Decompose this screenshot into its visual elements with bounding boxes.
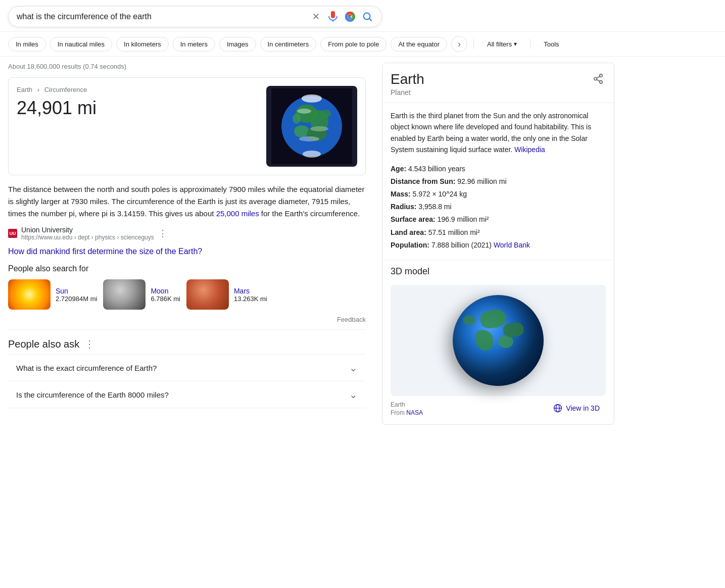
featured-snippet: Earth › Circumference 24,901 mi [8, 77, 366, 175]
results-count: About 18,600,000 results (0.74 seconds) [8, 63, 366, 70]
feedback-button[interactable]: Feedback [8, 316, 366, 330]
wikipedia-link[interactable]: Wikipedia [514, 145, 545, 154]
world-bank-link[interactable]: World Bank [494, 241, 530, 249]
svg-point-16 [594, 77, 597, 80]
breadcrumb-entity-link[interactable]: Earth [17, 86, 32, 93]
chevron-down-icon: ▾ [514, 40, 517, 47]
kc-fact-population: Population: 7.888 billion (2021) World B… [391, 239, 606, 252]
search-bar: ✕ [8, 6, 382, 27]
moon-thumbnail [103, 279, 146, 310]
kc-subtitle: Planet [391, 88, 424, 96]
share-icon[interactable] [591, 71, 606, 89]
svg-line-1 [369, 19, 371, 21]
kc-from-label: Earth From NASA [391, 400, 423, 416]
mars-thumbnail [186, 279, 229, 310]
kc-title: Earth [391, 71, 424, 87]
clear-icon[interactable]: ✕ [310, 11, 322, 23]
source-info: Union University https://www.uu.edu › de… [21, 226, 154, 241]
kc-3d-model: Earth From NASA [382, 281, 614, 424]
kc-fact-surface: Surface area: 196.9 million mi² [391, 213, 606, 226]
filter-chip-km[interactable]: In kilometers [116, 37, 169, 52]
paa-chevron-1: ⌄ [349, 388, 358, 401]
svg-point-13 [302, 94, 322, 103]
lens-icon[interactable] [344, 11, 356, 23]
svg-point-10 [297, 109, 311, 114]
related-item-moon[interactable]: Moon 6.786K mi [103, 279, 180, 310]
earth-3d-globe [453, 295, 544, 386]
related-item-mars[interactable]: Mars 13.263K mi [186, 279, 267, 310]
kc-fact-land: Land area: 57.51 million mi² [391, 226, 606, 239]
breadcrumb: Earth › Circumference [17, 86, 258, 93]
related-searches-list: Sun 2.720984M mi Moon 6.786K mi [8, 279, 366, 310]
kc-fact-distance: Distance from Sun: 92.96 million mi [391, 175, 606, 188]
source-favicon: UU [8, 229, 17, 238]
kc-fact-radius: Radius: 3,958.8 mi [391, 201, 606, 213]
main-circumference-value: 24,901 mi [17, 97, 258, 119]
filter-chip-pole[interactable]: From pole to pole [320, 37, 386, 52]
knowledge-panel: Earth Planet Earth is the third planet [382, 57, 614, 425]
related-item-sun[interactable]: Sun 2.720984M mi [8, 279, 97, 310]
earth-3d-container [391, 285, 606, 396]
svg-point-9 [321, 110, 331, 118]
svg-point-6 [294, 125, 309, 137]
left-content: About 18,600,000 results (0.74 seconds) … [8, 57, 382, 425]
description-paragraph: The distance between the north and south… [8, 183, 366, 220]
kc-3d-footer: Earth From NASA [391, 396, 606, 416]
mic-icon[interactable] [327, 11, 339, 23]
kc-header: Earth Planet [382, 63, 614, 103]
also-search-title: People also search for [8, 264, 366, 273]
svg-point-14 [303, 151, 321, 158]
people-also-ask-section: People also ask ⋮ What is the exact circ… [8, 338, 366, 408]
svg-line-18 [597, 79, 600, 81]
all-filters-button[interactable]: All filters ▾ [480, 37, 524, 51]
svg-line-19 [597, 76, 600, 78]
paa-chevron-0: ⌄ [349, 362, 358, 374]
filter-separator2 [530, 39, 530, 49]
sun-thumbnail [8, 279, 51, 310]
related-question-link[interactable]: How did mankind first determine the size… [8, 247, 366, 256]
kc-3d-title: 3D model [382, 260, 614, 281]
paa-item-1[interactable]: Is the circumference of the Earth 8000 m… [8, 381, 366, 408]
kc-description: Earth is the third planet from the Sun a… [382, 103, 614, 163]
svg-point-8 [293, 114, 301, 124]
filter-chip-nautical[interactable]: In nautical miles [50, 37, 112, 52]
filter-chip-meters[interactable]: In meters [173, 37, 215, 52]
filter-separator [473, 39, 474, 49]
search-bar-area: ✕ [0, 0, 725, 32]
filter-chip-miles[interactable]: In miles [8, 37, 46, 52]
filter-chips-bar: In miles In nautical miles In kilometers… [0, 32, 725, 57]
svg-point-17 [600, 81, 603, 84]
kc-fact-mass: Mass: 5.972 × 10^24 kg [391, 188, 606, 201]
svg-point-11 [310, 126, 328, 131]
filter-chip-cm[interactable]: In centimeters [260, 37, 317, 52]
earth-image [266, 86, 357, 167]
knowledge-card: Earth Planet Earth is the third planet [382, 63, 614, 425]
paa-title: People also ask [8, 338, 79, 350]
svg-point-12 [299, 136, 319, 141]
source-line: UU Union University https://www.uu.edu ›… [8, 226, 366, 241]
nasa-link[interactable]: NASA [406, 409, 423, 416]
tools-button[interactable]: Tools [537, 37, 566, 51]
source-more-icon[interactable]: ⋮ [158, 229, 167, 238]
filter-chip-images[interactable]: Images [219, 37, 256, 52]
search-icons: ✕ [310, 11, 373, 23]
svg-point-15 [600, 74, 603, 77]
kc-facts: Age: 4.543 billion years Distance from S… [382, 163, 614, 260]
main-layout: About 18,600,000 results (0.74 seconds) … [0, 57, 725, 425]
paa-header: People also ask ⋮ [8, 338, 366, 350]
paa-menu-icon[interactable]: ⋮ [84, 338, 94, 350]
more-chips-icon[interactable]: › [451, 36, 467, 52]
search-submit-icon[interactable] [361, 11, 373, 23]
kc-fact-age: Age: 4.543 billion years [391, 163, 606, 175]
people-also-search-section: People also search for Sun 2.720984M mi [8, 264, 366, 310]
snippet-content: Earth › Circumference 24,901 mi [17, 86, 258, 119]
paa-item-0[interactable]: What is the exact circumference of Earth… [8, 354, 366, 381]
search-input[interactable] [17, 12, 306, 21]
filter-chip-equator[interactable]: At the equator [391, 37, 447, 52]
view-in-3d-button[interactable]: View in 3D [547, 400, 606, 416]
miles-link[interactable]: 25,000 miles [216, 209, 259, 218]
